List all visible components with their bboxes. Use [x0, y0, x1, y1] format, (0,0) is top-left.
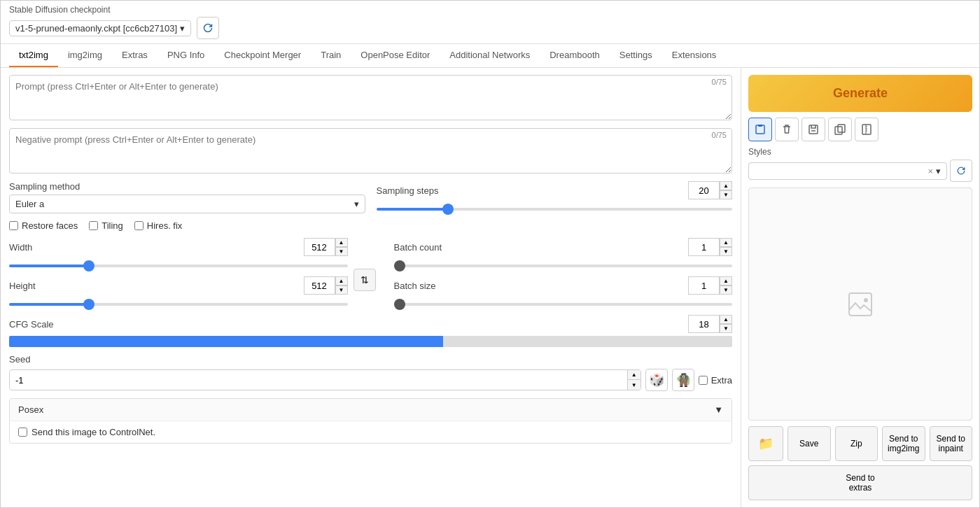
styles-section: Styles × ▾: [748, 147, 972, 182]
cfg-scale-label: CFG Scale: [9, 319, 79, 330]
cfg-scale-slider[interactable]: [9, 336, 732, 347]
restore-faces-checkbox[interactable]: Restore faces: [9, 220, 78, 231]
hires-fix-checkbox[interactable]: Hires. fix: [134, 220, 183, 231]
sampling-method-value: Euler a: [15, 199, 44, 209]
batch-size-up[interactable]: ▲: [720, 276, 732, 285]
width-down[interactable]: ▼: [335, 247, 348, 256]
cfg-scale-row: CFG Scale ▲ ▼: [9, 315, 732, 347]
width-up[interactable]: ▲: [335, 238, 348, 247]
tab-settings[interactable]: Settings: [610, 44, 662, 67]
seed-reuse-button[interactable]: 🧌: [672, 369, 694, 391]
send-to-inpaint-button[interactable]: Send to inpaint: [930, 426, 973, 461]
send-to-img2img-button[interactable]: Send to img2img: [882, 426, 925, 461]
restore-faces-label: Restore faces: [22, 220, 78, 231]
height-slider[interactable]: [9, 303, 348, 306]
paste-button[interactable]: [748, 118, 772, 141]
batch-count-arrows: ▲ ▼: [720, 238, 732, 256]
tab-extras[interactable]: Extras: [112, 44, 158, 67]
sampling-steps-input[interactable]: [688, 181, 720, 199]
tab-additional-networks[interactable]: Additional Networks: [440, 44, 540, 67]
controlnet-checkbox-input[interactable]: [18, 428, 27, 437]
zip-images-button[interactable]: Zip: [835, 426, 878, 461]
styles-refresh-icon: [956, 166, 966, 176]
height-up[interactable]: ▲: [335, 276, 348, 285]
cfg-scale-stepper[interactable]: ▲ ▼: [688, 315, 732, 333]
checkboxes-row: Restore faces Tiling Hires. fix: [9, 220, 732, 231]
posex-header[interactable]: Posex ▼: [10, 399, 732, 421]
checkpoint-select[interactable]: v1-5-pruned-emaonly.ckpt [cc6cb27103] ▾: [9, 20, 191, 36]
seed-extra-checkbox[interactable]: Extra: [699, 375, 732, 386]
cfg-scale-up[interactable]: ▲: [720, 315, 732, 324]
generate-button[interactable]: Generate: [748, 75, 972, 112]
hires-fix-label: Hires. fix: [147, 220, 183, 231]
tab-txt2img[interactable]: txt2img: [9, 44, 58, 67]
sampling-method-select[interactable]: Euler a ▾: [9, 195, 365, 213]
svg-rect-1: [758, 125, 762, 127]
checkpoint-refresh-button[interactable]: [197, 17, 219, 39]
seed-random-button[interactable]: 🎲: [645, 369, 668, 391]
seed-input[interactable]: [10, 372, 627, 389]
image-canvas: [748, 188, 972, 421]
negative-prompt-area: 0/75: [9, 128, 732, 176]
styles-select[interactable]: × ▾: [748, 162, 947, 180]
batch-size-arrows: ▲ ▼: [720, 276, 732, 295]
swap-dimensions-button[interactable]: ⇅: [354, 269, 376, 291]
batch-count-up[interactable]: ▲: [720, 238, 732, 247]
tab-png-info[interactable]: PNG Info: [158, 44, 214, 67]
copy-button[interactable]: [828, 118, 852, 141]
batch-size-stepper[interactable]: ▲ ▼: [688, 276, 732, 295]
cfg-scale-down[interactable]: ▼: [720, 324, 732, 333]
seed-up[interactable]: ▲: [628, 370, 640, 380]
seed-down[interactable]: ▼: [628, 380, 640, 390]
prompt-input[interactable]: [9, 75, 732, 120]
batch-size-down[interactable]: ▼: [720, 285, 732, 295]
tab-extensions[interactable]: Extensions: [662, 44, 727, 67]
styles-label: Styles: [748, 147, 972, 157]
sampling-steps-label: Sampling steps: [377, 185, 447, 196]
height-down[interactable]: ▼: [335, 285, 348, 295]
controlnet-checkbox[interactable]: Send this image to ControlNet.: [18, 427, 723, 437]
height-stepper[interactable]: ▲ ▼: [304, 276, 348, 295]
cfg-scale-header: CFG Scale ▲ ▼: [9, 315, 732, 333]
tab-openpose-editor[interactable]: OpenPose Editor: [351, 44, 440, 67]
wh-col: Width ▲ ▼: [9, 238, 348, 308]
width-input[interactable]: [304, 238, 335, 256]
tab-img2img[interactable]: img2img: [58, 44, 112, 67]
tab-checkpoint-merger[interactable]: Checkpoint Merger: [214, 44, 311, 67]
save-button[interactable]: Save: [788, 426, 831, 461]
dropdown-arrow-icon: ▾: [180, 23, 185, 34]
width-stepper[interactable]: ▲ ▼: [304, 238, 348, 256]
styles-clear-icon[interactable]: ×: [927, 166, 933, 176]
sampling-steps-down[interactable]: ▼: [720, 190, 732, 199]
cfg-scale-input[interactable]: [688, 315, 720, 333]
zip-button[interactable]: [855, 118, 878, 141]
top-bar: Stable Diffusion checkpoint v1-5-pruned-…: [1, 1, 979, 44]
width-section: Width ▲ ▼: [9, 238, 348, 269]
tiling-checkbox[interactable]: Tiling: [89, 220, 123, 231]
batch-count-stepper[interactable]: ▲ ▼: [688, 238, 732, 256]
trash-button[interactable]: [775, 118, 799, 141]
sampling-steps-stepper[interactable]: ▲ ▼: [688, 181, 732, 199]
tab-train[interactable]: Train: [311, 44, 351, 67]
posex-label: Posex: [18, 404, 43, 415]
sampling-steps-slider[interactable]: [377, 208, 733, 211]
open-folder-button[interactable]: 📁: [748, 426, 783, 461]
send-to-extras-button[interactable]: Send to extras: [748, 465, 972, 500]
batch-size-slider[interactable]: [394, 303, 733, 306]
batch-count-input[interactable]: [688, 238, 720, 256]
batch-count-down[interactable]: ▼: [720, 247, 732, 256]
dimensions-row: Width ▲ ▼: [9, 238, 732, 308]
width-label: Width: [9, 242, 79, 253]
height-input[interactable]: [304, 276, 335, 295]
folder-icon: 📁: [758, 437, 774, 451]
tiling-label: Tiling: [102, 220, 123, 231]
batch-size-input[interactable]: [688, 276, 720, 295]
width-slider[interactable]: [9, 264, 348, 267]
save-image-button[interactable]: [802, 118, 825, 141]
sampling-steps-up[interactable]: ▲: [720, 181, 732, 190]
negative-prompt-input[interactable]: [9, 128, 732, 174]
tab-dreambooth[interactable]: Dreambooth: [540, 44, 610, 67]
height-label: Height: [9, 281, 79, 291]
batch-count-slider[interactable]: [394, 264, 733, 267]
styles-refresh-button[interactable]: [950, 160, 972, 182]
